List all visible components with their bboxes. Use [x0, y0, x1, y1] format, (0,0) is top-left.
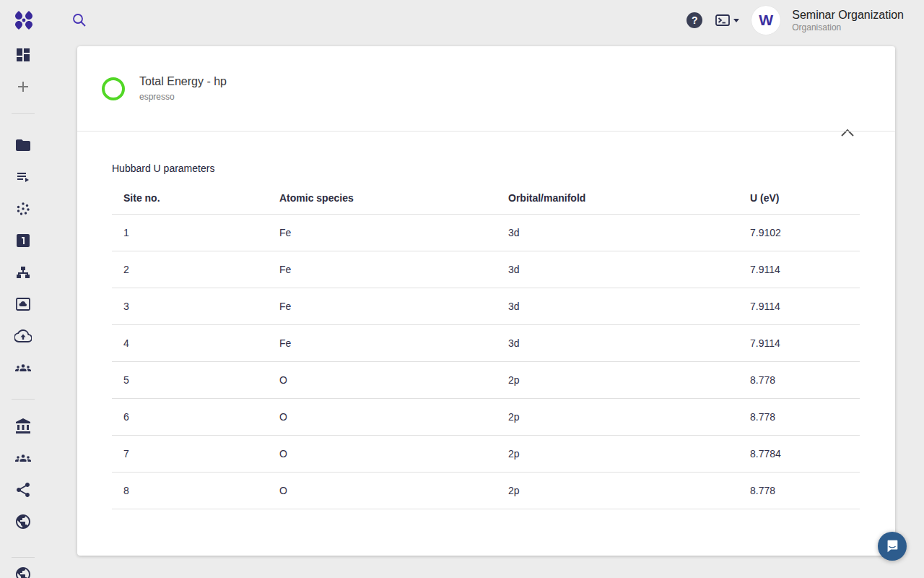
cell-u-ev: 8.778: [738, 399, 860, 436]
cell-atomic-species: Fe: [268, 215, 497, 251]
dashboard-icon[interactable]: [14, 46, 32, 64]
cell-atomic-species: O: [268, 399, 497, 436]
share-icon[interactable]: [14, 481, 32, 499]
cell-u-ev: 8.7784: [738, 436, 860, 473]
cell-atomic-species: O: [268, 436, 497, 473]
chevron-down-icon: [733, 17, 740, 24]
topbar-right: ? W Seminar Organization Organisation: [687, 0, 904, 40]
cell-atomic-species: O: [268, 473, 497, 509]
cell-atomic-species: Fe: [268, 325, 497, 362]
image-cloud-icon[interactable]: [14, 296, 32, 313]
terminal-icon: [714, 12, 731, 29]
cell-site-no: 2: [112, 251, 268, 288]
cell-orbital: 3d: [497, 325, 738, 362]
cell-atomic-species: O: [268, 362, 497, 399]
status-ring-icon: [102, 77, 125, 100]
col-u-ev: U (eV): [738, 182, 860, 215]
cell-u-ev: 7.9114: [738, 251, 860, 288]
table-row: 2 Fe 3d 7.9114: [112, 251, 860, 288]
org-type: Organisation: [792, 22, 904, 33]
cell-u-ev: 8.778: [738, 362, 860, 399]
section-title: Hubbard U parameters: [112, 163, 214, 174]
looks-one-icon[interactable]: [14, 232, 32, 249]
cell-site-no: 6: [112, 399, 268, 436]
cell-atomic-species: Fe: [268, 288, 497, 325]
groups-icon[interactable]: [14, 449, 32, 467]
cell-site-no: 3: [112, 288, 268, 325]
search-icon[interactable]: [71, 12, 88, 29]
sidebar-divider: [12, 113, 35, 114]
hubbard-table-body: 1 Fe 3d 7.9102 2 Fe 3d 7.9114 3 Fe 3d 7.…: [112, 215, 860, 509]
table-row: 7 O 2p 8.7784: [112, 436, 860, 473]
avatar[interactable]: W: [751, 6, 780, 35]
card-title: Total Energy - hp: [139, 75, 227, 88]
table-row: 6 O 2p 8.778: [112, 399, 860, 436]
cell-orbital: 2p: [497, 436, 738, 473]
cell-atomic-species: Fe: [268, 251, 497, 288]
sidebar-divider: [12, 557, 35, 558]
playlist-icon[interactable]: [14, 168, 32, 186]
cell-orbital: 3d: [497, 215, 738, 251]
table-header-row: Site no. Atomic species Orbital/manifold…: [112, 182, 860, 215]
table-row: 3 Fe 3d 7.9114: [112, 288, 860, 325]
folder-icon[interactable]: [14, 137, 32, 154]
cell-site-no: 5: [112, 362, 268, 399]
card-subtitle: espresso: [139, 92, 227, 102]
groups-icon[interactable]: [14, 359, 32, 376]
globe-icon[interactable]: [14, 566, 32, 578]
cloud-upload-icon[interactable]: [14, 327, 32, 345]
cell-orbital: 3d: [497, 288, 738, 325]
bank-icon[interactable]: [14, 418, 32, 435]
chat-bubble-icon: [884, 538, 900, 554]
globe-icon[interactable]: [14, 513, 32, 530]
table-row: 1 Fe 3d 7.9102: [112, 215, 860, 251]
cluster-icon[interactable]: [14, 200, 32, 217]
topbar: ? W Seminar Organization Organisation: [0, 0, 924, 40]
cell-orbital: 2p: [497, 399, 738, 436]
add-icon[interactable]: [14, 78, 32, 95]
cell-site-no: 8: [112, 473, 268, 509]
cell-u-ev: 7.9114: [738, 288, 860, 325]
card-header[interactable]: Total Energy - hp espresso: [77, 46, 895, 131]
cell-site-no: 7: [112, 436, 268, 473]
table-row: 8 O 2p 8.778: [112, 473, 860, 509]
org-block[interactable]: Seminar Organization Organisation: [792, 8, 904, 33]
sidebar: [0, 40, 46, 578]
chevron-up-icon[interactable]: [839, 127, 856, 142]
cell-orbital: 2p: [497, 362, 738, 399]
table-row: 4 Fe 3d 7.9114: [112, 325, 860, 362]
card-header-divider: [77, 131, 895, 131]
cell-u-ev: 7.9114: [738, 325, 860, 362]
chat-launcher-button[interactable]: [878, 532, 907, 561]
col-orbital: Orbital/manifold: [497, 182, 738, 215]
org-name: Seminar Organization: [792, 8, 904, 22]
tree-icon[interactable]: [14, 264, 32, 281]
help-icon[interactable]: ?: [687, 12, 702, 28]
sidebar-divider: [12, 399, 35, 400]
cell-orbital: 3d: [497, 251, 738, 288]
app-logo-icon[interactable]: [13, 9, 35, 31]
console-menu-button[interactable]: [714, 12, 740, 29]
hubbard-table: Site no. Atomic species Orbital/manifold…: [112, 182, 860, 509]
cell-site-no: 4: [112, 325, 268, 362]
col-site-no: Site no.: [112, 182, 268, 215]
app-root: { "header": { "help_label": "?", "avatar…: [0, 0, 924, 578]
cell-u-ev: 8.778: [738, 473, 860, 509]
cell-orbital: 2p: [497, 473, 738, 509]
cell-u-ev: 7.9102: [738, 215, 860, 251]
hubbard-table-head: Site no. Atomic species Orbital/manifold…: [112, 182, 860, 215]
process-card: Total Energy - hp espresso Hubbard U par…: [77, 46, 895, 556]
card-title-block: Total Energy - hp espresso: [139, 75, 227, 102]
table-row: 5 O 2p 8.778: [112, 362, 860, 399]
cell-site-no: 1: [112, 215, 268, 251]
col-atomic-species: Atomic species: [268, 182, 497, 215]
